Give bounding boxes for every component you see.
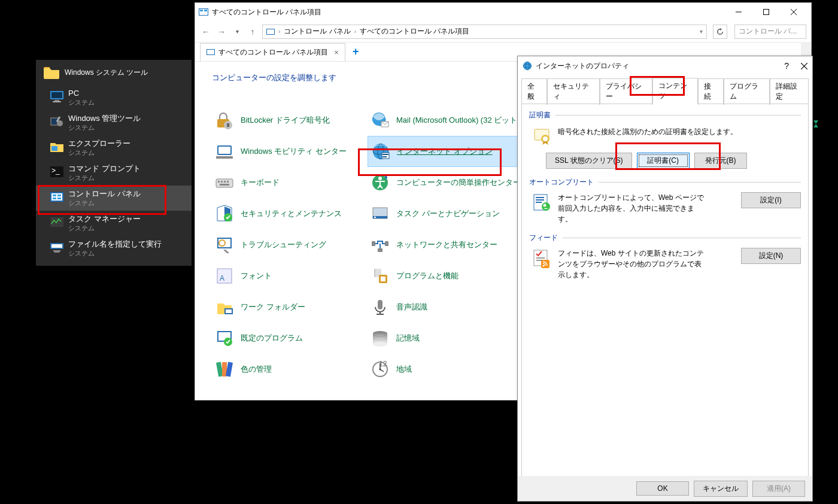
svg-rect-23 — [204, 10, 207, 11]
certificates-button[interactable]: 証明書(C) — [637, 153, 690, 169]
tab-icon — [207, 48, 215, 56]
svg-rect-1 — [51, 92, 62, 98]
apply-button[interactable]: 適用(A) — [752, 481, 805, 497]
cp-item-storage[interactable]: 記憶域 — [368, 323, 523, 354]
svg-rect-110 — [541, 260, 549, 268]
cp-item-keyboard[interactable]: キーボード — [212, 167, 368, 198]
history-dropdown[interactable]: ▾ — [231, 28, 243, 35]
tab-programs[interactable]: プログラム — [724, 78, 770, 105]
ip-tab-content: 証明書 暗号化された接続と識別のための証明書を設定します。 SSL 状態のクリア… — [521, 104, 809, 483]
svg-rect-43 — [220, 184, 229, 186]
svg-rect-16 — [57, 198, 61, 199]
cp-item-region[interactable]: 12地域 — [368, 354, 523, 385]
svg-rect-108 — [536, 257, 545, 259]
close-button[interactable] — [780, 4, 807, 20]
svg-rect-8 — [51, 146, 57, 151]
svg-rect-103 — [536, 199, 544, 201]
tab-advanced[interactable]: 詳細設定 — [770, 78, 809, 105]
sm-item-cmd[interactable]: >_ コマンド プロンプトシステム — [36, 160, 192, 186]
fieldset-certificates: 証明書 暗号化された接続と識別のための証明書を設定します。 SSL 状態のクリア… — [529, 110, 801, 169]
search-box[interactable]: コントロール パ... — [734, 25, 806, 39]
sm-item-control-panel[interactable]: コントロール パネルシステム — [36, 186, 192, 211]
autocomplete-icon — [532, 192, 552, 212]
forward-button[interactable]: → — [215, 27, 227, 37]
tab-privacy[interactable]: プライバシー — [600, 78, 652, 105]
feed-settings-button[interactable]: 設定(N) — [741, 248, 801, 264]
sm-item-task-manager[interactable]: タスク マネージャーシステム — [36, 211, 192, 236]
back-button[interactable]: ← — [200, 27, 212, 37]
certificate-icon — [532, 126, 552, 147]
svg-point-100 — [543, 136, 548, 141]
cp-item-programs[interactable]: プログラムと機能 — [368, 260, 523, 292]
up-button[interactable]: ↑ — [247, 27, 259, 37]
cp-item-taskbar[interactable]: タスク バーとナビゲーション — [368, 198, 523, 229]
maximize-button[interactable] — [752, 4, 780, 20]
ssl-clear-button[interactable]: SSL 状態のクリア(S) — [546, 153, 632, 169]
internet-properties-dialog: インターネットのプロパティ ? 全般 セキュリティ プライバシー コンテンツ 接… — [517, 56, 813, 502]
sm-item-explorer[interactable]: エクスプローラーシステム — [36, 135, 192, 160]
svg-point-67 — [378, 177, 382, 180]
svg-rect-104 — [536, 202, 542, 203]
cp-item-ease-of-access[interactable]: コンピューターの簡単操作センター — [368, 167, 523, 198]
cp-item-speech[interactable]: 音声認識 — [368, 292, 523, 323]
cp-item-troubleshoot[interactable]: トラブルシューティング — [212, 229, 368, 260]
svg-rect-40 — [221, 181, 223, 183]
tab-connections[interactable]: 接続 — [698, 78, 724, 105]
svg-rect-71 — [372, 241, 375, 246]
sm-item-admin-tools[interactable]: Windows 管理ツールシステム — [36, 110, 192, 135]
cancel-button[interactable]: キャンセル — [694, 481, 748, 497]
svg-rect-65 — [382, 156, 387, 157]
svg-text:A: A — [220, 274, 224, 283]
cp-item-mail[interactable]: Mail (Microsoft Outlook) (32 ビット) — [368, 105, 523, 136]
tab-general[interactable]: 全般 — [521, 78, 547, 105]
close-button[interactable] — [801, 63, 807, 69]
ok-button[interactable]: OK — [636, 481, 689, 496]
cp-item-fonts[interactable]: Aフォント — [212, 260, 368, 292]
breadcrumb-dropdown-icon[interactable]: ▾ — [700, 28, 703, 35]
cp-item-security[interactable]: セキュリティとメンテナンス — [212, 198, 368, 229]
ip-titlebar[interactable]: インターネットのプロパティ ? — [518, 56, 812, 75]
svg-text:12: 12 — [379, 360, 387, 368]
fieldset-autocomplete: オートコンプリート オートコンプリートによって、Web ページで前回入力した内容… — [529, 177, 801, 224]
svg-rect-39 — [218, 181, 220, 183]
tab-security[interactable]: セキュリティ — [547, 78, 600, 105]
cp-titlebar[interactable]: すべてのコントロール パネル項目 — [195, 3, 811, 21]
svg-rect-3 — [53, 101, 61, 102]
cp-tab-all-items[interactable]: すべてのコントロール パネル項目 × — [200, 43, 345, 61]
svg-point-91 — [379, 369, 381, 371]
start-menu-folder-header[interactable]: Windows システム ツール — [36, 60, 192, 85]
new-tab-button[interactable]: + — [345, 45, 366, 58]
svg-rect-41 — [224, 181, 226, 183]
cp-item-default-programs[interactable]: 既定のプログラム — [212, 323, 368, 354]
tab-close-icon[interactable]: × — [334, 48, 339, 57]
cp-item-mobility[interactable]: Windows モビリティ センター — [212, 136, 368, 167]
autocomplete-settings-button[interactable]: 設定(I) — [741, 192, 801, 208]
sm-item-pc[interactable]: PCシステム — [36, 85, 192, 110]
svg-rect-29 — [267, 29, 274, 34]
svg-rect-42 — [227, 181, 229, 183]
publishers-button[interactable]: 発行元(B) — [694, 153, 747, 169]
tab-content[interactable]: コンテンツ — [652, 78, 699, 104]
svg-rect-22 — [200, 10, 203, 11]
tools-icon — [49, 115, 65, 128]
cp-item-network[interactable]: ネットワークと共有センター — [368, 229, 523, 260]
cp-item-bitlocker[interactable]: BitLocker ドライブ暗号化 — [212, 105, 368, 136]
svg-rect-34 — [227, 123, 229, 127]
refresh-button[interactable] — [713, 25, 727, 39]
sm-item-run[interactable]: ファイル名を指定して実行システム — [36, 236, 192, 261]
fieldset-feeds: フィード フィードは、Web サイトの更新されたコンテンツをブラウザーやその他の… — [529, 233, 801, 280]
help-button[interactable]: ? — [784, 61, 789, 71]
svg-rect-2 — [54, 100, 59, 101]
ip-title-text: インターネットのプロパティ — [536, 61, 629, 71]
minimize-button[interactable] — [725, 4, 752, 20]
cp-item-internet-options[interactable]: インターネット オプション — [368, 136, 523, 167]
svg-rect-19 — [51, 244, 62, 248]
control-panel-title-icon — [199, 7, 208, 17]
svg-rect-72 — [385, 241, 388, 246]
ip-footer: OK キャンセル 適用(A) — [518, 476, 812, 501]
breadcrumb[interactable]: › コントロール パネル › すべてのコントロール パネル項目 ▾ — [262, 25, 707, 39]
cmd-icon: >_ — [49, 165, 65, 178]
svg-rect-63 — [382, 153, 389, 159]
cp-item-color[interactable]: 色の管理 — [212, 354, 368, 385]
cp-item-workfolders[interactable]: ワーク フォルダー — [212, 292, 368, 323]
